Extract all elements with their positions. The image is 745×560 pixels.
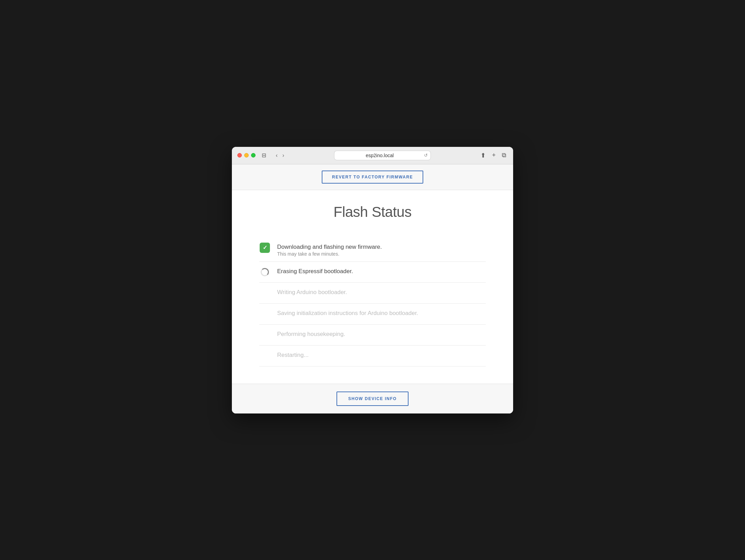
step-restart-icon [259, 350, 270, 361]
show-device-info-button[interactable]: SHOW DEVICE INFO [336, 392, 408, 406]
traffic-lights [237, 153, 256, 158]
step-housekeeping-main: Performing housekeeping. [277, 329, 345, 338]
step-write: Writing Arduino bootloader. [259, 283, 486, 304]
step-download: ✓ Downloading and flashing new firmware.… [259, 237, 486, 262]
page-footer: SHOW DEVICE INFO [232, 384, 513, 413]
main-content: Flash Status ✓ Downloading and flashing … [232, 190, 513, 384]
step-write-icon [259, 288, 270, 299]
share-button[interactable]: ⬆ [479, 151, 487, 160]
revert-to-factory-button[interactable]: REVERT TO FACTORY FIRMWARE [322, 171, 423, 184]
browser-window: ⊟ ‹ › ↺ ⬆ + ⧉ [232, 147, 513, 413]
address-bar-wrap: ↺ [290, 151, 475, 160]
step-download-icon: ✓ [259, 242, 270, 253]
step-download-text: Downloading and flashing new firmware. T… [277, 242, 382, 257]
maximize-button[interactable] [251, 153, 256, 158]
step-restart-main: Restarting... [277, 350, 309, 359]
back-button[interactable]: ‹ [274, 152, 279, 159]
page-header: REVERT TO FACTORY FIRMWARE [232, 164, 513, 190]
forward-button[interactable]: › [281, 152, 285, 159]
step-save-main: Saving initialization instructions for A… [277, 308, 418, 317]
step-erase-icon [259, 267, 270, 278]
step-housekeeping: Performing housekeeping. [259, 325, 486, 346]
back-icon: ‹ [276, 152, 277, 159]
minimize-button[interactable] [244, 153, 249, 158]
step-save-icon [259, 308, 270, 319]
toolbar-actions: ⬆ + ⧉ [479, 151, 508, 160]
step-save: Saving initialization instructions for A… [259, 304, 486, 325]
step-download-main: Downloading and flashing new firmware. [277, 244, 382, 250]
new-tab-button[interactable]: + [490, 151, 497, 160]
tabs-button[interactable]: ⧉ [500, 151, 508, 160]
step-erase-text: Erasing Espressif bootloader. [277, 267, 353, 275]
share-icon: ⬆ [481, 152, 486, 159]
reload-icon[interactable]: ↺ [424, 153, 428, 158]
sidebar-icon: ⊟ [262, 152, 266, 158]
tabs-icon: ⧉ [502, 152, 506, 159]
step-restart: Restarting... [259, 346, 486, 366]
nav-buttons: ‹ › [274, 152, 286, 159]
address-bar[interactable] [334, 151, 430, 160]
step-erase: Erasing Espressif bootloader. [259, 262, 486, 283]
close-button[interactable] [237, 153, 242, 158]
checkmark-icon: ✓ [260, 243, 270, 253]
title-bar: ⊟ ‹ › ↺ ⬆ + ⧉ [232, 147, 513, 164]
page-title: Flash Status [259, 204, 486, 220]
address-bar-container: ↺ [334, 151, 430, 160]
forward-icon: › [282, 152, 284, 159]
step-download-sub: This may take a few minutes. [277, 251, 382, 257]
sidebar-toggle-button[interactable]: ⊟ [260, 151, 268, 159]
spinner-icon [261, 268, 269, 276]
new-tab-icon: + [492, 152, 496, 159]
steps-list: ✓ Downloading and flashing new firmware.… [259, 237, 486, 366]
step-write-main: Writing Arduino bootloader. [277, 288, 347, 296]
step-housekeeping-icon [259, 329, 270, 340]
step-erase-main: Erasing Espressif bootloader. [277, 268, 353, 275]
